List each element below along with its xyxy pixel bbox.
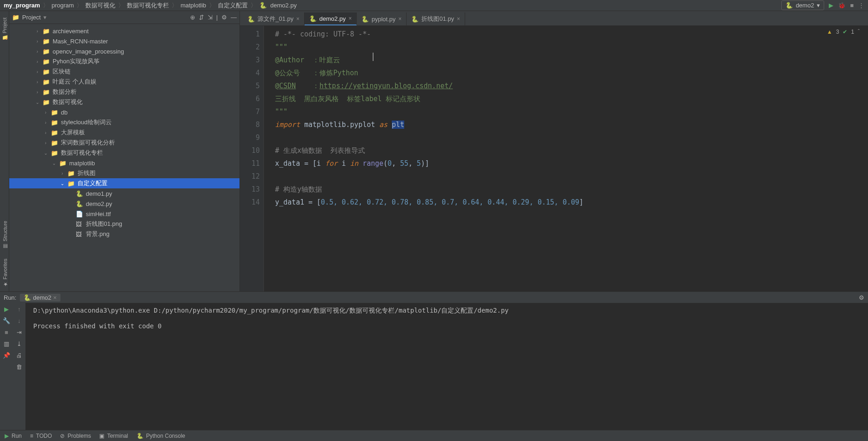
tree-item[interactable]: ›📁宋词数据可视化分析: [9, 138, 239, 148]
tree-item[interactable]: 🐍demo2.py: [9, 199, 239, 209]
expand-icon[interactable]: ›: [34, 39, 41, 44]
wrench-icon[interactable]: 🔧: [3, 317, 10, 324]
run-button-icon[interactable]: ▶: [829, 2, 833, 9]
tree-item[interactable]: ›📁大屏模板: [9, 127, 239, 138]
debug-button-icon[interactable]: 🐞: [838, 2, 845, 9]
expand-icon[interactable]: ›: [34, 69, 41, 74]
tree-item[interactable]: ›📁db: [9, 107, 239, 117]
tree-item[interactable]: ⌄📁自定义配置: [9, 178, 239, 188]
problems-toolwindow-button[interactable]: ⊘Problems: [60, 433, 91, 439]
close-icon[interactable]: ×: [296, 16, 299, 22]
tree-item[interactable]: 🐍demo1.py: [9, 188, 239, 199]
close-icon[interactable]: ×: [53, 294, 57, 301]
stop-button-icon[interactable]: ■: [850, 2, 854, 9]
expand-icon[interactable]: ›: [59, 171, 66, 176]
tree-item[interactable]: ›📁区块链: [9, 66, 239, 77]
structure-toolwindow-tab[interactable]: ▤Structure: [2, 221, 8, 249]
hide-icon[interactable]: —: [231, 14, 237, 21]
close-icon[interactable]: ×: [348, 15, 352, 22]
print-icon[interactable]: 🖨: [16, 352, 22, 359]
python-icon: 🐍: [137, 433, 144, 439]
breadcrumb-item[interactable]: 数据可视化专栏: [127, 1, 169, 10]
layout-icon[interactable]: ▥: [4, 340, 9, 347]
close-icon[interactable]: ×: [457, 16, 460, 22]
terminal-toolwindow-button[interactable]: ▣Terminal: [99, 433, 128, 439]
tree-item[interactable]: ⌄📁数据可视化: [9, 97, 239, 107]
tree-item[interactable]: ›📁stylecloud绘制词云: [9, 117, 239, 127]
editor-tab[interactable]: 🐍pyplot.py×: [357, 12, 407, 25]
expand-icon[interactable]: ›: [42, 140, 49, 145]
expand-icon[interactable]: ⌄: [42, 151, 49, 156]
project-toolwindow-tab[interactable]: 📁Project: [1, 18, 7, 41]
close-icon[interactable]: ×: [398, 16, 401, 22]
select-opened-file-icon[interactable]: ⊕: [190, 14, 195, 21]
trash-icon[interactable]: 🗑: [16, 363, 22, 370]
editor-tab[interactable]: 🐍源文件_01.py×: [243, 12, 305, 25]
expand-icon[interactable]: ›: [34, 59, 41, 64]
expand-icon[interactable]: ›: [42, 130, 49, 135]
tree-item[interactable]: ›📁Pyhon实现放风筝: [9, 56, 239, 66]
expand-icon[interactable]: ›: [34, 79, 41, 85]
img-icon: 🖼: [76, 231, 83, 238]
scroll-end-icon[interactable]: ⤓: [17, 340, 22, 347]
chevron-down-icon[interactable]: ▾: [43, 14, 47, 21]
folder-icon: 📁: [59, 160, 66, 167]
project-title: Project: [22, 14, 41, 21]
more-icon[interactable]: ⋮: [858, 2, 864, 9]
editor-area: 🐍源文件_01.py×🐍demo2.py×🐍pyplot.py×🐍折线图01.p…: [240, 11, 868, 291]
tree-item[interactable]: ⌄📁matplotlib: [9, 158, 239, 168]
up-icon[interactable]: ↑: [18, 306, 21, 313]
favorites-toolwindow-tab[interactable]: ★Favorites: [2, 259, 8, 287]
expand-icon[interactable]: ⌄: [51, 161, 57, 166]
run-toolwindow-button[interactable]: ▶Run: [5, 433, 22, 439]
breadcrumb-item[interactable]: program: [52, 2, 74, 9]
rerun-icon[interactable]: ▶: [4, 306, 9, 313]
code-editor[interactable]: # -*- coding: UTF-8 -*- """ @Author ：叶庭云…: [264, 26, 868, 291]
expand-icon[interactable]: ⌄: [34, 100, 41, 105]
stop-icon[interactable]: ■: [5, 329, 8, 336]
gear-icon[interactable]: ⚙: [221, 14, 227, 21]
tree-item[interactable]: ›📁数据分析: [9, 87, 239, 97]
console-output[interactable]: D:\python\Anaconda3\python.exe D:/python…: [26, 303, 868, 430]
breadcrumb-root[interactable]: my_program: [4, 2, 40, 9]
expand-icon[interactable]: ›: [42, 120, 49, 125]
expand-icon[interactable]: ›: [42, 110, 49, 115]
breadcrumb-item[interactable]: matplotlib: [180, 2, 206, 9]
tree-item[interactable]: ›📁折线图: [9, 168, 239, 178]
breadcrumb-item[interactable]: 数据可视化: [85, 1, 115, 10]
down-icon[interactable]: ↓: [18, 317, 21, 324]
tree-item-label: 折线图: [78, 169, 96, 177]
tree-item[interactable]: ⌄📁数据可视化专栏: [9, 148, 239, 158]
tree-item[interactable]: ›📁叶庭云 个人自娱: [9, 77, 239, 87]
chevron-down-icon: ▾: [817, 2, 820, 9]
expand-icon[interactable]: ›: [34, 49, 41, 54]
breadcrumb-file[interactable]: demo2.py: [270, 2, 297, 9]
tree-item[interactable]: 🖼背景.png: [9, 229, 239, 239]
expand-icon[interactable]: ›: [34, 29, 41, 34]
editor-tab[interactable]: 🐍折线图01.py×: [407, 12, 465, 25]
tree-item[interactable]: ›📁opencv_image_processing: [9, 46, 239, 56]
tree-item[interactable]: 🖼折线图01.png: [9, 219, 239, 229]
pin-icon[interactable]: 📌: [3, 352, 10, 359]
img-icon: 🖼: [76, 221, 83, 228]
run-config-selector[interactable]: 🐍 demo2 ▾: [781, 0, 824, 10]
tree-item-label: 大屏模板: [61, 128, 85, 137]
breadcrumb-item[interactable]: 自定义配置: [218, 1, 248, 10]
tree-item[interactable]: 📄simHei.ttf: [9, 209, 239, 219]
todo-toolwindow-button[interactable]: ≡TODO: [30, 433, 52, 439]
expand-all-icon[interactable]: ⇵: [199, 14, 204, 21]
soft-wrap-icon[interactable]: ⇥: [17, 329, 22, 336]
collapse-all-icon[interactable]: ⇲: [208, 14, 213, 21]
run-tab[interactable]: 🐍 demo2 ×: [20, 294, 60, 302]
run-tool-window: Run: 🐍 demo2 × ⚙ ▶ 🔧 ■ ▥ 📌 ↑ ↓ ⇥: [0, 291, 868, 430]
python-console-button[interactable]: 🐍Python Console: [137, 433, 186, 439]
tree-item-label: 数据分析: [53, 88, 77, 96]
editor-tab[interactable]: 🐍demo2.py×: [305, 12, 357, 25]
tree-item[interactable]: ›📁Mask_RCNN-master: [9, 36, 239, 46]
expand-icon[interactable]: ⌄: [59, 181, 66, 186]
project-tree[interactable]: ›📁archievement›📁Mask_RCNN-master›📁opencv…: [9, 24, 239, 291]
tree-item[interactable]: ›📁archievement: [9, 26, 239, 36]
inspection-widget[interactable]: ▲3 ✔1 ˆ: [827, 29, 860, 35]
expand-icon[interactable]: ›: [34, 90, 41, 95]
gear-icon[interactable]: ⚙: [859, 294, 864, 301]
